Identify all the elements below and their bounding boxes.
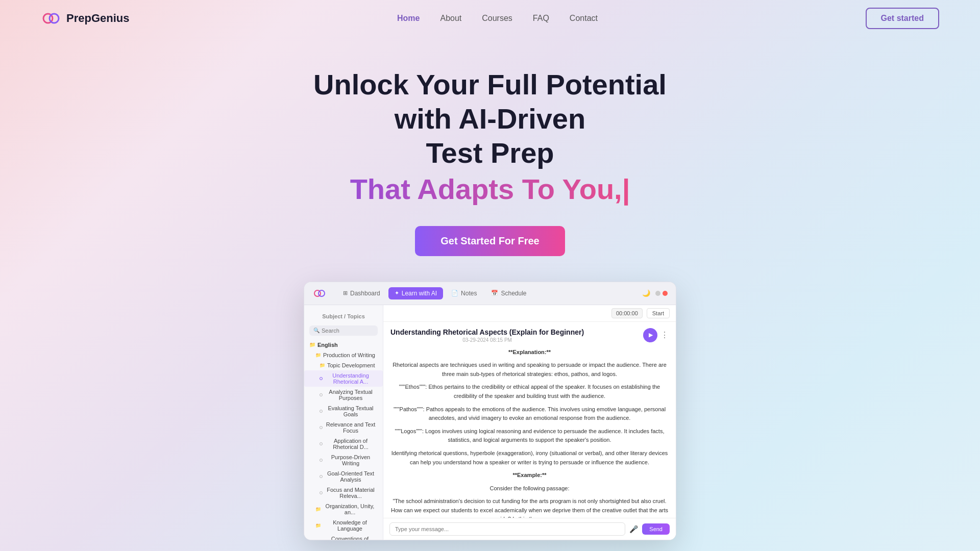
folder-icon: 📁 — [315, 539, 321, 540]
app-body: Subject / Topics 🔍 📁 English 📁 Productio… — [304, 305, 676, 540]
nav-courses[interactable]: Courses — [482, 14, 512, 23]
sidebar-item-organization[interactable]: 📁 Organization, Unity, an... — [304, 501, 383, 517]
sidebar-item-rhetorical[interactable]: Understanding Rhetorical A... — [304, 370, 383, 387]
folder-icon: 📁 — [315, 507, 321, 512]
brand-name: PrepGenius — [66, 12, 129, 25]
tab-dashboard[interactable]: ⊞ Dashboard — [337, 287, 386, 299]
sidebar-label: Conventions of Standard ... — [323, 536, 377, 540]
sidebar-item-conventions[interactable]: 📁 Conventions of Standard ... — [304, 534, 383, 540]
item-dot — [320, 442, 323, 445]
hero-cta-button[interactable]: Get Started For Free — [415, 226, 565, 256]
item-dot — [320, 410, 323, 413]
lesson-para5: Identifying rhetorical questions, hyperb… — [390, 449, 669, 467]
example-text: "The school administration's decision to… — [390, 497, 669, 517]
sidebar-item-goal-oriented[interactable]: Goal-Oriented Text Analysis — [304, 468, 383, 485]
lesson-date: 03-29-2024 08:15 PM — [390, 337, 584, 343]
hero-title-line1: Unlock Your Full Potential with AI-Drive… — [313, 68, 667, 135]
sidebar-label: Production of Writing — [323, 352, 375, 358]
tab-notes[interactable]: 📄 Notes — [445, 287, 483, 299]
lesson-para2: """Ethos""": Ethos pertains to the credi… — [390, 383, 669, 400]
hero-title: Unlock Your Full Potential with AI-Drive… — [286, 67, 694, 170]
sidebar-label: Focus and Material Releva... — [325, 487, 377, 499]
nav-right: Get started — [866, 8, 939, 29]
window-controls — [655, 291, 668, 296]
main-topbar: 00:00:00 Start — [383, 305, 676, 322]
navbar: PrepGenius Home About Courses FAQ Contac… — [0, 0, 980, 37]
sidebar-label: Organization, Unity, an... — [323, 503, 377, 515]
nav-contact[interactable]: Contact — [570, 14, 598, 23]
minimize-dot[interactable] — [655, 291, 660, 296]
send-button[interactable]: Send — [642, 523, 670, 535]
dark-mode-icon[interactable]: 🌙 — [642, 289, 650, 297]
sidebar-label: Topic Development — [327, 362, 375, 368]
sidebar-label: Purpose-Driven Writing — [325, 454, 377, 466]
content-area: Understanding Rhetorical Aspects (Explai… — [383, 322, 676, 518]
sidebar-item-focus-material[interactable]: Focus and Material Releva... — [304, 485, 383, 501]
tab-learn-ai[interactable]: ✦ Learn with AI — [388, 287, 443, 299]
lesson-para1: Rhetorical aspects are techniques used i… — [390, 361, 669, 379]
folder-icon: 📁 — [315, 523, 321, 528]
dashboard-icon: ⊞ — [343, 290, 348, 296]
more-options-button[interactable]: ⋮ — [660, 330, 669, 340]
tab-notes-label: Notes — [461, 290, 477, 297]
app-topbar: ⊞ Dashboard ✦ Learn with AI 📄 Notes 📅 Sc… — [304, 282, 676, 305]
sidebar-item-textual-purposes[interactable]: Analyzing Textual Purposes — [304, 387, 383, 403]
play-button[interactable]: ▶ — [643, 328, 657, 342]
sidebar-search[interactable]: 🔍 — [309, 325, 378, 336]
sidebar-item-production[interactable]: 📁 Production of Writing — [304, 350, 383, 360]
folder-icon: 📁 — [315, 353, 321, 358]
example-header: **Example:** — [512, 472, 546, 478]
search-input[interactable] — [322, 328, 374, 334]
item-dot — [320, 491, 323, 494]
app-sidebar: Subject / Topics 🔍 📁 English 📁 Productio… — [304, 305, 383, 540]
sidebar-label: English — [317, 342, 338, 348]
sidebar-item-purpose-writing[interactable]: Purpose-Driven Writing — [304, 452, 383, 468]
tab-schedule-label: Schedule — [501, 290, 526, 297]
sidebar-label: Application of Rhetorical D... — [325, 438, 377, 450]
cursor-blink: | — [622, 173, 630, 205]
play-icon: ▶ — [649, 332, 653, 338]
sidebar-item-english[interactable]: 📁 English — [304, 340, 383, 350]
sidebar-label: Knowledge of Language — [323, 519, 377, 532]
sidebar-item-textual-goals[interactable]: Evaluating Textual Goals — [304, 403, 383, 419]
close-dot[interactable] — [663, 291, 668, 296]
explanation-header: **Explanation:** — [508, 349, 551, 355]
hero-subtitle: That Adapts To You,| — [350, 172, 630, 206]
app-tabs: ⊞ Dashboard ✦ Learn with AI 📄 Notes 📅 Sc… — [337, 287, 632, 299]
example-intro: Consider the following passage: — [390, 484, 669, 493]
nav-home[interactable]: Home — [397, 14, 420, 23]
sidebar-item-text-focus[interactable]: Relevance and Text Focus — [304, 419, 383, 436]
tab-learn-ai-label: Learn with AI — [402, 290, 437, 297]
nav-get-started-button[interactable]: Get started — [866, 8, 939, 29]
nav-about[interactable]: About — [440, 14, 461, 23]
item-dot — [320, 393, 323, 396]
sidebar-item-topic-dev[interactable]: 📁 Topic Development — [304, 360, 383, 370]
sidebar-item-knowledge[interactable]: 📁 Knowledge of Language — [304, 517, 383, 534]
folder-icon: 📁 — [320, 363, 325, 368]
app-main: 00:00:00 Start Understanding Rhetorical … — [383, 305, 676, 540]
item-dot — [320, 426, 323, 429]
message-bar: 🎤 Send — [383, 518, 676, 540]
nav-links: Home About Courses FAQ Contact — [397, 14, 598, 23]
lesson-para3: """Pathos""": Pathos appeals to the emot… — [390, 405, 669, 423]
sidebar-item-application[interactable]: Application of Rhetorical D... — [304, 436, 383, 452]
logo: PrepGenius — [41, 8, 129, 29]
app-logo-icon — [312, 286, 327, 300]
tab-schedule[interactable]: 📅 Schedule — [485, 287, 532, 299]
item-dot — [320, 459, 323, 462]
sidebar-label: Understanding Rhetorical A... — [325, 372, 377, 385]
tab-dashboard-label: Dashboard — [350, 290, 380, 297]
app-preview: ⊞ Dashboard ✦ Learn with AI 📄 Notes 📅 Sc… — [304, 282, 676, 540]
mic-icon[interactable]: 🎤 — [629, 525, 638, 533]
start-button[interactable]: Start — [647, 308, 670, 318]
svg-point-3 — [318, 290, 325, 296]
nav-faq[interactable]: FAQ — [533, 14, 549, 23]
folder-icon: 📁 — [309, 342, 315, 347]
hero-section: Unlock Your Full Potential with AI-Drive… — [0, 37, 980, 540]
hero-subtitle-text: That Adapts To You, — [350, 173, 622, 205]
svg-point-1 — [50, 14, 59, 23]
message-input[interactable] — [389, 522, 625, 536]
item-dot — [320, 475, 323, 478]
app-topbar-right: 🌙 — [642, 289, 668, 297]
brand-logo-icon — [41, 8, 61, 29]
